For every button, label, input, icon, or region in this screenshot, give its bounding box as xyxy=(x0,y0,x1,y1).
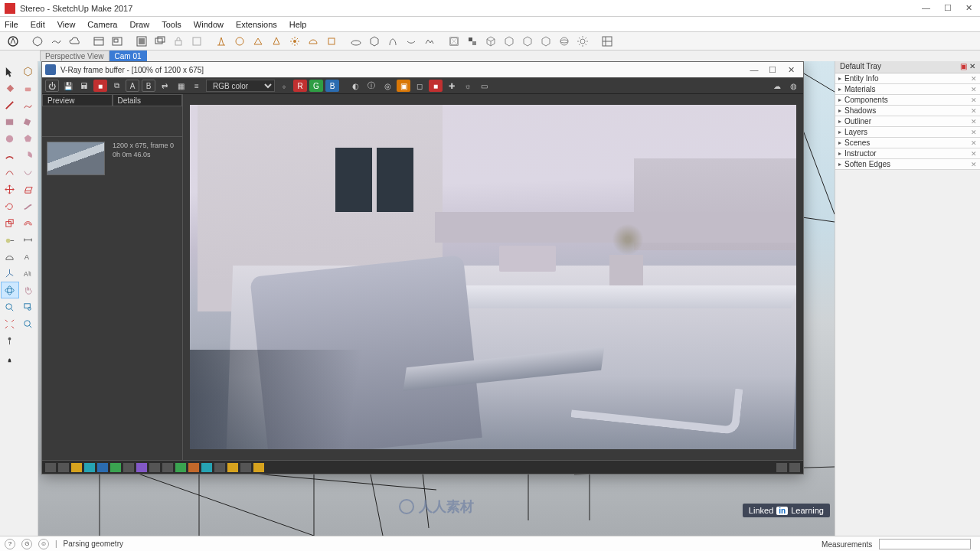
tool-cube1-icon[interactable] xyxy=(482,34,499,49)
vfb-st-right2[interactable] xyxy=(789,463,800,472)
batch-render-icon[interactable] xyxy=(152,34,168,49)
vfb-st-15[interactable] xyxy=(227,463,238,472)
vfb-region-icon[interactable]: ▣ xyxy=(397,80,410,92)
tray-entity-info[interactable]: ▸Entity Info✕ xyxy=(835,73,980,84)
asset-editor-icon[interactable] xyxy=(599,34,616,49)
scene-tab-perspective[interactable]: Perspective View xyxy=(40,51,109,61)
vfb-clear-icon[interactable]: ■ xyxy=(93,80,107,92)
axes-tool-icon[interactable] xyxy=(1,265,19,282)
user-icon[interactable]: ☺ xyxy=(38,539,49,549)
region-render-icon[interactable] xyxy=(109,34,126,49)
select-objects-icon[interactable] xyxy=(446,34,462,49)
tool-cube4-icon[interactable] xyxy=(537,34,554,49)
rectangle-tool-icon[interactable] xyxy=(1,113,19,130)
2pt-arc-icon[interactable] xyxy=(1,164,19,181)
render-icon[interactable] xyxy=(29,34,46,49)
vfb-st-14[interactable] xyxy=(214,463,225,472)
offset-tool-icon[interactable] xyxy=(19,214,38,231)
vfb-settings-icon[interactable]: ◍ xyxy=(786,80,800,92)
polygon-tool-icon[interactable] xyxy=(19,130,38,147)
walk-tool-icon[interactable] xyxy=(1,349,19,366)
tray-layers[interactable]: ▸Layers✕ xyxy=(835,127,980,138)
select-tool-icon[interactable] xyxy=(1,63,19,80)
menu-view[interactable]: View xyxy=(56,18,77,31)
vfb-st-3[interactable] xyxy=(71,463,82,472)
zoom-extents-icon[interactable] xyxy=(1,315,19,332)
vfb-channel-select[interactable]: RGB color xyxy=(206,80,275,92)
vfb-menu-icon[interactable]: ≡ xyxy=(190,80,204,92)
rotate-tool-icon[interactable] xyxy=(1,197,19,214)
protractor-icon[interactable] xyxy=(1,248,19,265)
tray-shadows[interactable]: ▸Shadows✕ xyxy=(835,106,980,116)
proxy-icon[interactable] xyxy=(366,34,383,49)
vfb-st-9[interactable] xyxy=(149,463,160,472)
tool-sphere-icon[interactable] xyxy=(556,34,573,49)
menu-tools[interactable]: Tools xyxy=(160,18,183,31)
vfb-st-1[interactable] xyxy=(45,463,56,472)
object-id-icon[interactable] xyxy=(464,34,481,49)
tray-soften-edges[interactable]: ▸Soften Edges✕ xyxy=(835,159,980,170)
vfb-green-channel[interactable]: G xyxy=(309,80,323,92)
omni-light-icon[interactable] xyxy=(286,34,303,49)
3dtext-icon[interactable]: A xyxy=(19,265,38,282)
vfb-st-8[interactable] xyxy=(136,463,147,472)
vfb-minimize-button[interactable]: — xyxy=(745,65,763,74)
orbit-tool-icon[interactable] xyxy=(1,282,19,298)
vfb-power-icon[interactable]: ⏻ xyxy=(45,80,59,92)
vfb-track-icon[interactable]: ◻ xyxy=(413,80,426,92)
vfb-history-thumbnail[interactable] xyxy=(47,142,105,175)
sphere-light-icon[interactable] xyxy=(231,34,248,49)
vfb-st-17[interactable] xyxy=(253,463,264,472)
geo-icon[interactable]: ⊙ xyxy=(21,539,32,549)
component-tool-icon[interactable] xyxy=(19,63,38,80)
pie-tool-icon[interactable] xyxy=(19,147,38,164)
vray-frame-buffer-window[interactable]: V-Ray frame buffer - [100% of 1200 x 675… xyxy=(41,61,804,474)
vfb-close-button[interactable]: ✕ xyxy=(782,65,800,75)
tray-outliner[interactable]: ▸Outliner✕ xyxy=(835,116,980,127)
vfb-tab-details[interactable]: Details xyxy=(113,94,183,106)
section-icon[interactable] xyxy=(19,349,38,366)
line-tool-icon[interactable] xyxy=(1,96,19,113)
menu-edit[interactable]: Edit xyxy=(29,18,47,31)
vfb-render-area[interactable] xyxy=(183,94,803,460)
vfb-st-7[interactable] xyxy=(123,463,134,472)
vfb-tab-preview[interactable]: Preview xyxy=(42,94,113,106)
arc-tool-icon[interactable] xyxy=(1,147,19,164)
vfb-st-2[interactable] xyxy=(58,463,69,472)
help-icon[interactable]: ? xyxy=(5,539,15,549)
dome-light-icon[interactable] xyxy=(305,34,322,49)
tray-materials[interactable]: ▸Materials✕ xyxy=(835,84,980,95)
export-icon[interactable] xyxy=(188,34,205,49)
dimension-icon[interactable] xyxy=(19,231,38,248)
pan-tool-icon[interactable] xyxy=(19,282,37,298)
vfb-saveall-icon[interactable]: 🖬 xyxy=(77,80,91,92)
close-button[interactable]: ✕ xyxy=(965,3,972,13)
vfb-st-10[interactable] xyxy=(162,463,173,472)
pushpull-icon[interactable] xyxy=(19,181,38,197)
vfb-history-icon[interactable]: ▭ xyxy=(477,80,491,92)
tray-components[interactable]: ▸Components✕ xyxy=(835,95,980,106)
vfb-grid-icon[interactable]: ▦ xyxy=(174,80,188,92)
scene-tab-cam01[interactable]: Cam 01 xyxy=(109,51,147,61)
text-tool-icon[interactable]: A xyxy=(19,248,38,265)
cloud-icon[interactable] xyxy=(66,34,83,49)
vfb-a-button[interactable]: A xyxy=(126,80,139,92)
vfb-copy-icon[interactable]: ⧉ xyxy=(109,80,123,92)
vfb-st-12[interactable] xyxy=(188,463,199,472)
maximize-button[interactable]: ☐ xyxy=(944,3,952,13)
eraser-icon[interactable] xyxy=(19,80,38,96)
vfb-mono-icon[interactable]: ◐ xyxy=(348,80,362,92)
vfb-info-icon[interactable]: ⓘ xyxy=(364,80,378,92)
menu-draw[interactable]: Draw xyxy=(128,18,151,31)
tool-gear-icon[interactable] xyxy=(574,34,591,49)
frame-buffer-icon[interactable] xyxy=(133,34,150,49)
followme-icon[interactable] xyxy=(19,197,38,214)
viewport-render-icon[interactable] xyxy=(90,34,107,49)
tool-cube2-icon[interactable] xyxy=(501,34,518,49)
menu-window[interactable]: Window xyxy=(192,18,225,31)
scale-tool-icon[interactable] xyxy=(1,214,19,231)
freehand-icon[interactable] xyxy=(19,96,38,113)
model-viewport[interactable]: www.rrcg.cn V-Ray frame buffer - [100% o… xyxy=(38,61,835,536)
vfb-target-icon[interactable]: ✚ xyxy=(445,80,459,92)
look-around-icon[interactable] xyxy=(19,332,38,349)
